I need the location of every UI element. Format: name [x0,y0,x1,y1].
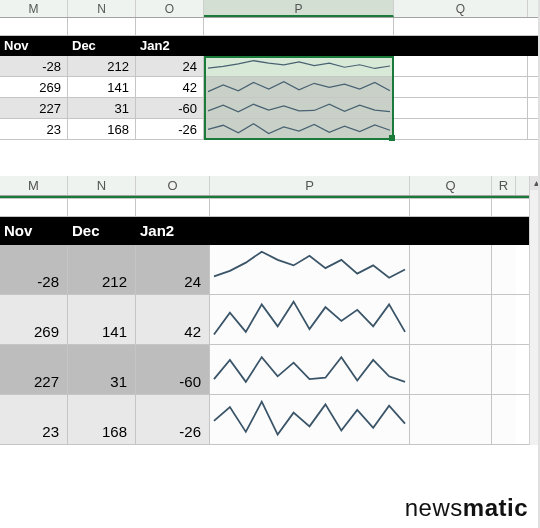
month-header-row: Nov Dec Jan2 [0,217,529,245]
sparkline-cell[interactable] [204,77,394,97]
cell[interactable]: 269 [0,295,68,344]
cell[interactable]: 23 [0,395,68,444]
cell[interactable]: 212 [68,56,136,76]
table-row[interactable]: 227 31 -60 [0,98,538,119]
col-header-N[interactable]: N [68,0,136,17]
cell[interactable]: 168 [68,395,136,444]
table-row[interactable]: -28 212 24 [0,56,538,77]
month-header-dec: Dec [68,36,136,56]
cell[interactable]: 31 [68,345,136,394]
cell[interactable]: 212 [68,245,136,294]
watermark-right: matic [463,494,528,521]
cell[interactable]: 42 [136,77,204,97]
cell[interactable]: -60 [136,345,210,394]
cell[interactable] [410,395,492,444]
sparkline-cell[interactable] [210,345,410,394]
cell[interactable]: -26 [136,119,204,139]
cell[interactable] [410,345,492,394]
cell[interactable] [492,295,516,344]
cell[interactable]: 31 [68,98,136,118]
table-row[interactable]: 269 141 42 [0,77,538,98]
table-row[interactable]: 269 141 42 [0,295,529,345]
column-header-row: M N O P Q R [0,176,529,196]
col-header-P[interactable]: P [210,176,410,195]
cell[interactable] [492,395,516,444]
month-header-row: Nov Dec Jan2 [0,36,538,56]
sparkline-cell[interactable] [204,119,394,139]
col-header-N[interactable]: N [68,176,136,195]
sparkline-cell[interactable] [210,395,410,444]
cell[interactable] [410,295,492,344]
col-header-P[interactable]: P [204,0,394,17]
col-header-Q[interactable]: Q [394,0,528,17]
cell[interactable] [492,345,516,394]
blank-row[interactable] [0,140,538,158]
month-header-dec: Dec [68,217,136,245]
cell[interactable]: 227 [0,98,68,118]
sparkline-cell[interactable] [210,295,410,344]
sparkline-cell[interactable] [210,245,410,294]
cell[interactable]: 23 [0,119,68,139]
cell[interactable]: 269 [0,77,68,97]
cell[interactable]: 24 [136,245,210,294]
cell[interactable]: -28 [0,56,68,76]
table-row[interactable]: 23 168 -26 [0,119,538,140]
col-header-M[interactable]: M [0,0,68,17]
cell[interactable]: 227 [0,345,68,394]
cell[interactable]: 24 [136,56,204,76]
cell[interactable]: -26 [136,395,210,444]
cell[interactable]: -28 [0,245,68,294]
col-header-Q[interactable]: Q [410,176,492,195]
month-header-nov: Nov [0,36,68,56]
col-header-M[interactable]: M [0,176,68,195]
bottom-spreadsheet-view: M N O P Q R Nov Dec Jan2 -28 212 2 [0,176,530,445]
month-header-nov: Nov [0,217,68,245]
cell[interactable]: 42 [136,295,210,344]
month-header-jan2: Jan2 [136,36,204,56]
cell[interactable] [492,245,516,294]
sparkline-cell[interactable] [204,98,394,118]
column-header-row: M N O P Q [0,0,538,18]
sparkline-cell[interactable] [204,56,394,76]
watermark-left: news [405,494,463,521]
table-row[interactable]: 23 168 -26 [0,395,529,445]
col-header-O[interactable]: O [136,176,210,195]
cell[interactable]: 141 [68,295,136,344]
cell[interactable]: 168 [68,119,136,139]
data-rows: -28 212 24 269 141 42 227 31 -60 [0,56,538,140]
table-row[interactable]: 227 31 -60 [0,345,529,395]
cell[interactable]: 141 [68,77,136,97]
cell[interactable] [410,245,492,294]
table-row[interactable]: -28 212 24 [0,245,529,295]
col-header-R[interactable]: R [492,176,516,195]
col-header-O[interactable]: O [136,0,204,17]
top-spreadsheet-view: M N O P Q Nov Dec Jan2 -28 212 24 [0,0,538,158]
cell[interactable]: -60 [136,98,204,118]
watermark-logo: newsmatic [405,494,528,522]
month-header-jan2: Jan2 [136,217,210,245]
